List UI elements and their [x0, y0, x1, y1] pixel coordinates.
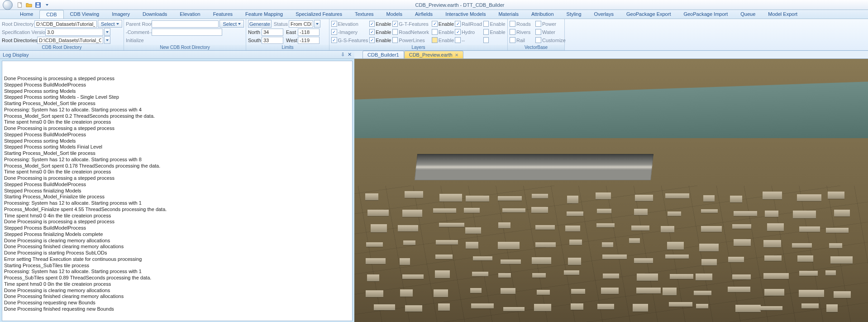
root-select-button[interactable]: Select: [98, 20, 122, 28]
spec-version-dropdown[interactable]: [104, 28, 110, 36]
svg-rect-2: [37, 5, 40, 7]
ribbon-tab-geopackage-import[interactable]: GeoPackage Import: [677, 10, 734, 19]
new-file-icon[interactable]: [16, 1, 24, 9]
south-input[interactable]: [262, 37, 283, 44]
status-input[interactable]: [289, 20, 313, 28]
west-input[interactable]: [298, 37, 320, 44]
enable-label: Enable: [439, 38, 454, 43]
vbase-label: Rivers: [516, 29, 534, 35]
ribbon-tab-features[interactable]: Features: [207, 10, 239, 19]
initialize-label[interactable]: Initialize: [126, 38, 144, 43]
enable-checkbox[interactable]: [432, 21, 438, 27]
vbase-checkbox[interactable]: [535, 21, 541, 27]
enable-checkbox[interactable]: [432, 29, 438, 35]
window-title: CDB_Preview.earth - DTT_CDB_Builder: [52, 2, 868, 8]
enable-checkbox[interactable]: [369, 21, 375, 27]
group-label: Limits: [246, 45, 329, 50]
ribbon-tab-elevation[interactable]: Elevation: [173, 10, 206, 19]
layer-label: RoadNetwork: [399, 29, 431, 35]
vbase-checkbox[interactable]: [510, 29, 515, 35]
group-label: Layers: [329, 45, 507, 50]
root-directories-dropdown[interactable]: [104, 36, 110, 44]
ribbon-tab-attribution[interactable]: Attribution: [525, 10, 560, 19]
vbase-checkbox[interactable]: [510, 21, 515, 27]
generate-button[interactable]: Generate: [248, 20, 272, 28]
status-dropdown[interactable]: [314, 20, 320, 28]
enable-checkbox[interactable]: [432, 37, 438, 43]
close-icon[interactable]: ✕: [455, 53, 458, 58]
layer-checkbox[interactable]: [331, 29, 337, 35]
ribbon-tab-materials[interactable]: Materials: [492, 10, 525, 19]
ribbon-tab-cdb[interactable]: CDB: [39, 10, 63, 19]
ribbon-tab-specialized-features[interactable]: Specialized Features: [289, 10, 348, 19]
panel-pin-icon[interactable]: ⇩: [341, 52, 345, 58]
ribbon-tab-model-export[interactable]: Model Export: [762, 10, 804, 19]
ribbon-tab-downloads[interactable]: Downloads: [136, 10, 173, 19]
vbase-label: Roads: [516, 21, 534, 27]
vbase-label: Customize: [542, 38, 560, 43]
document-tabs: CDB_Builder1CDB_Preview.earth✕: [354, 51, 868, 59]
enable-checkbox[interactable]: [483, 29, 489, 35]
parent-root-input[interactable]: [152, 20, 219, 28]
doc-tab[interactable]: CDB_Preview.earth✕: [404, 51, 463, 58]
layer-checkbox[interactable]: [392, 29, 398, 35]
ribbon-tab-textures[interactable]: Textures: [348, 10, 380, 19]
ribbon-tab-models[interactable]: Models: [380, 10, 409, 19]
vbase-checkbox[interactable]: [535, 37, 541, 43]
vbase-checkbox[interactable]: [510, 37, 515, 43]
vbase-checkbox[interactable]: [535, 29, 541, 35]
ribbon-tab-styling[interactable]: Styling: [560, 10, 588, 19]
north-input[interactable]: [262, 29, 283, 36]
comment-input[interactable]: [152, 29, 222, 36]
layer-checkbox[interactable]: [331, 21, 337, 27]
root-directory-input[interactable]: [34, 20, 97, 28]
layer-checkbox[interactable]: [392, 21, 398, 27]
parent-select-button[interactable]: Select: [219, 20, 244, 28]
enable-label: Enable: [376, 38, 391, 43]
enable-checkbox[interactable]: [369, 29, 375, 35]
3d-viewport[interactable]: [354, 59, 868, 322]
group-cdb-root: Root Directory Select Specification Vers…: [0, 19, 124, 50]
save-icon[interactable]: [34, 1, 42, 9]
app-icon[interactable]: [3, 0, 13, 10]
layer-label: -Imagery: [338, 29, 368, 35]
log-panel-title: Log Display: [3, 52, 29, 58]
status-label: Status: [272, 21, 288, 27]
building-model: [415, 154, 653, 180]
enable-label: Enable: [376, 29, 391, 35]
ribbon-tab-overlays[interactable]: Overlays: [588, 10, 620, 19]
layer-checkbox[interactable]: [455, 37, 461, 43]
enable-checkbox[interactable]: [483, 21, 489, 27]
ribbon-tab-home[interactable]: Home: [14, 10, 39, 19]
layer-checkbox[interactable]: [455, 21, 461, 27]
enable-checkbox[interactable]: [483, 37, 489, 43]
ribbon-tab-airfields[interactable]: Airfields: [409, 10, 439, 19]
ribbon-tab-geopackage-export[interactable]: GeoPackage Export: [620, 10, 677, 19]
east-input[interactable]: [298, 29, 320, 36]
layer-label: RailRoad: [462, 21, 482, 27]
group-layers: ElevationEnableG-T-FeaturesEnableRailRoa…: [329, 19, 508, 50]
layer-checkbox[interactable]: [331, 37, 337, 43]
ribbon-tab-feature-mapping[interactable]: Feature Mapping: [239, 10, 289, 19]
panel-close-icon[interactable]: ✕: [348, 52, 352, 58]
spec-version-input[interactable]: [45, 29, 103, 36]
parent-root-label: Parent Root: [126, 21, 151, 27]
qat-dropdown-icon[interactable]: [43, 1, 51, 9]
vbase-label: Water: [542, 29, 560, 35]
ribbon-tab-cdb-viewing[interactable]: CDB Viewing: [64, 10, 106, 19]
root-directories-input[interactable]: [37, 37, 103, 44]
east-label: East: [286, 29, 297, 35]
south-label: South: [248, 38, 261, 43]
enable-label: Enable: [490, 21, 506, 27]
open-folder-icon[interactable]: [25, 1, 33, 9]
ribbon-tabstrip: HomeCDBCDB ViewingImageryDownloadsElevat…: [0, 10, 868, 19]
ribbon-tab-imagery[interactable]: Imagery: [105, 10, 136, 19]
enable-checkbox[interactable]: [369, 37, 375, 43]
doc-tab[interactable]: CDB_Builder1: [362, 51, 404, 58]
ribbon-tab-queue[interactable]: Queue: [734, 10, 762, 19]
layer-checkbox[interactable]: [392, 37, 398, 43]
comment-label: -Comment--: [126, 29, 151, 35]
ribbon-tab-interactive-models[interactable]: Interactive Models: [439, 10, 492, 19]
layer-label: Hydro: [462, 29, 482, 35]
layer-checkbox[interactable]: [455, 29, 461, 35]
